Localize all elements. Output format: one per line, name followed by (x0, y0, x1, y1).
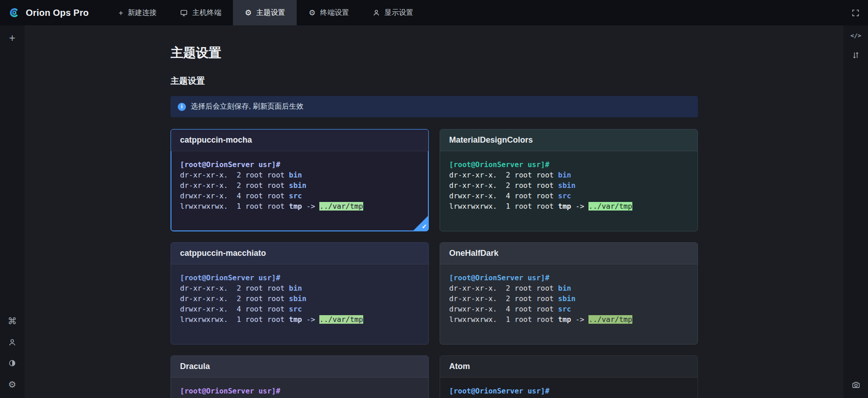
page-title: 主题设置 (171, 44, 844, 62)
right-sidebar-bottom (852, 368, 860, 389)
app-brand: Orion Ops Pro (0, 6, 99, 19)
terminal-prompt: [root@OrionServer usr]# (180, 159, 419, 170)
terminal-line: dr-xr-xr-x. 2 root root sbin (449, 180, 688, 191)
terminal-line: dr-xr-xr-x. 2 root root bin (180, 396, 419, 398)
app-logo-icon (7, 6, 21, 19)
theme-card[interactable]: catppuccin-macchiato [root@OrionServer u… (171, 242, 429, 345)
terminal-prompt: [root@OrionServer usr]# (449, 386, 688, 396)
settings-gear-icon[interactable]: ⚙ (8, 380, 16, 389)
terminal-line: dr-xr-xr-x. 2 root root bin (449, 396, 688, 398)
nav-item-host-terminal[interactable]: 主机终端 (168, 0, 233, 25)
terminal-prompt: [root@OrionServer usr]# (180, 273, 419, 283)
theme-card[interactable]: Dracula [root@OrionServer usr]#dr-xr-xr-… (171, 355, 429, 398)
selected-check-icon: ✓ (422, 223, 427, 230)
top-navbar: Orion Ops Pro + 新建连接 主机终端 ⚙ 主题设置 ⚙ 终端设置 (0, 0, 868, 25)
terminal-icon (180, 9, 188, 17)
new-tab-icon[interactable]: + (9, 33, 15, 43)
terminal-preview: [root@OrionServer usr]#dr-xr-xr-x. 2 roo… (440, 264, 697, 343)
theme-name: OneHalfDark (449, 249, 498, 258)
nav-item-terminal-settings[interactable]: ⚙ 终端设置 (297, 0, 360, 25)
terminal-line: dr-xr-xr-x. 2 root root sbin (180, 293, 419, 304)
main-content: 主题设置 主题设置 i 选择后会立刻保存, 刷新页面后生效 catppuccin… (24, 25, 844, 398)
theme-card-header: catppuccin-macchiato (171, 243, 428, 264)
theme-icon[interactable] (8, 359, 16, 367)
terminal-line: dr-xr-xr-x. 2 root root bin (449, 283, 688, 293)
terminal-line: dr-xr-xr-x. 2 root root sbin (449, 293, 688, 304)
nav-item-new-connection[interactable]: + 新建连接 (107, 0, 168, 25)
info-banner: i 选择后会立刻保存, 刷新页面后生效 (171, 96, 698, 117)
terminal-prompt: [root@OrionServer usr]# (180, 386, 419, 396)
terminal-preview: [root@OrionServer usr]#dr-xr-xr-x. 2 roo… (171, 378, 428, 398)
terminal-line: lrwxrwxrwx. 1 root root tmp -> ../var/tm… (449, 201, 688, 211)
info-icon: i (178, 103, 186, 111)
terminal-line: lrwxrwxrwx. 1 root root tmp -> ../var/tm… (180, 314, 419, 325)
screenshot-camera-icon[interactable] (852, 380, 860, 389)
terminal-preview: [root@OrionServer usr]#dr-xr-xr-x. 2 roo… (171, 151, 428, 230)
theme-card-header: Dracula (171, 356, 428, 378)
terminal-line: drwxr-xr-x. 4 root root src (449, 191, 688, 201)
gear-icon: ⚙ (245, 9, 251, 17)
left-sidebar: + ⌘ ⚙ (0, 25, 24, 398)
theme-name: MaterialDesignColors (449, 135, 533, 145)
terminal-preview: [root@OrionServer usr]#dr-xr-xr-x. 2 roo… (440, 151, 697, 230)
plus-icon: + (119, 9, 123, 17)
theme-grid: catppuccin-mocha [root@OrionServer usr]#… (171, 129, 698, 398)
gear-icon: ⚙ (308, 9, 315, 17)
user-icon (373, 9, 380, 16)
command-icon[interactable]: ⌘ (8, 316, 17, 326)
theme-name: catppuccin-macchiato (180, 249, 266, 258)
theme-card-header: catppuccin-mocha (171, 129, 428, 151)
nav-label: 显示设置 (384, 8, 413, 18)
theme-card[interactable]: Atom [root@OrionServer usr]#dr-xr-xr-x. … (440, 355, 698, 398)
terminal-preview: [root@OrionServer usr]#dr-xr-xr-x. 2 roo… (440, 378, 697, 398)
theme-card[interactable]: MaterialDesignColors [root@OrionServer u… (440, 129, 698, 231)
terminal-line: dr-xr-xr-x. 2 root root sbin (180, 180, 419, 191)
terminal-line: drwxr-xr-x. 4 root root src (180, 191, 419, 201)
terminal-line: dr-xr-xr-x. 2 root root bin (180, 283, 419, 293)
nav-label: 终端设置 (320, 8, 349, 18)
theme-card[interactable]: catppuccin-mocha [root@OrionServer usr]#… (171, 129, 429, 231)
code-icon[interactable]: </> (850, 33, 861, 38)
theme-name: Dracula (180, 362, 210, 371)
terminal-line: drwxr-xr-x. 4 root root src (180, 304, 419, 314)
terminal-line: lrwxrwxrwx. 1 root root tmp -> ../var/tm… (180, 201, 419, 211)
terminal-preview: [root@OrionServer usr]#dr-xr-xr-x. 2 roo… (171, 264, 428, 343)
nav-label: 主机终端 (192, 8, 221, 18)
theme-card-header: Atom (440, 356, 697, 378)
left-sidebar-bottom: ⌘ ⚙ (8, 304, 17, 389)
swap-vertical-icon[interactable] (852, 51, 860, 59)
terminal-line: dr-xr-xr-x. 2 root root bin (180, 170, 419, 180)
terminal-prompt: [root@OrionServer usr]# (449, 273, 688, 283)
nav-label: 新建连接 (128, 8, 157, 18)
terminal-line: lrwxrwxrwx. 1 root root tmp -> ../var/tm… (449, 314, 688, 325)
app-title: Orion Ops Pro (26, 8, 89, 18)
user-icon[interactable] (8, 338, 16, 346)
nav-item-theme-settings[interactable]: ⚙ 主题设置 (233, 0, 297, 25)
nav-label: 主题设置 (256, 8, 285, 18)
terminal-line: dr-xr-xr-x. 2 root root bin (449, 170, 688, 180)
theme-name: catppuccin-mocha (180, 135, 252, 145)
theme-name: Atom (449, 362, 470, 371)
fullscreen-icon[interactable] (851, 9, 860, 17)
terminal-prompt: [root@OrionServer usr]# (449, 159, 688, 170)
theme-card-header: MaterialDesignColors (440, 129, 697, 151)
info-message: 选择后会立刻保存, 刷新页面后生效 (191, 102, 304, 111)
right-sidebar: </> (844, 25, 868, 398)
main-nav: + 新建连接 主机终端 ⚙ 主题设置 ⚙ 终端设置 显示设置 (107, 0, 425, 25)
terminal-line: drwxr-xr-x. 4 root root src (449, 304, 688, 314)
section-title: 主题设置 (171, 75, 844, 87)
nav-item-display-settings[interactable]: 显示设置 (361, 0, 425, 25)
theme-card[interactable]: OneHalfDark [root@OrionServer usr]#dr-xr… (440, 242, 698, 345)
theme-card-header: OneHalfDark (440, 243, 697, 264)
